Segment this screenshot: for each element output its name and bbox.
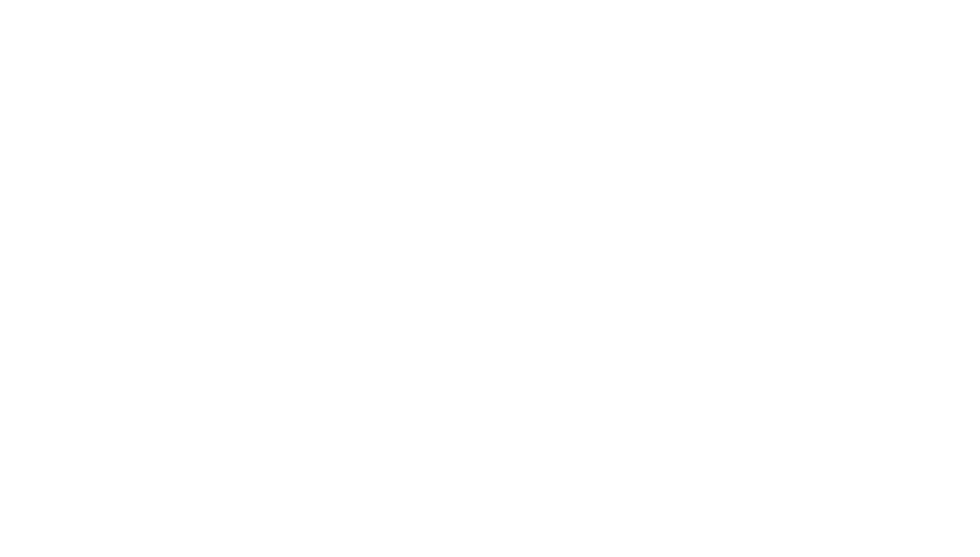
arrows-svg: [0, 0, 980, 557]
diagram-container: [0, 0, 980, 557]
